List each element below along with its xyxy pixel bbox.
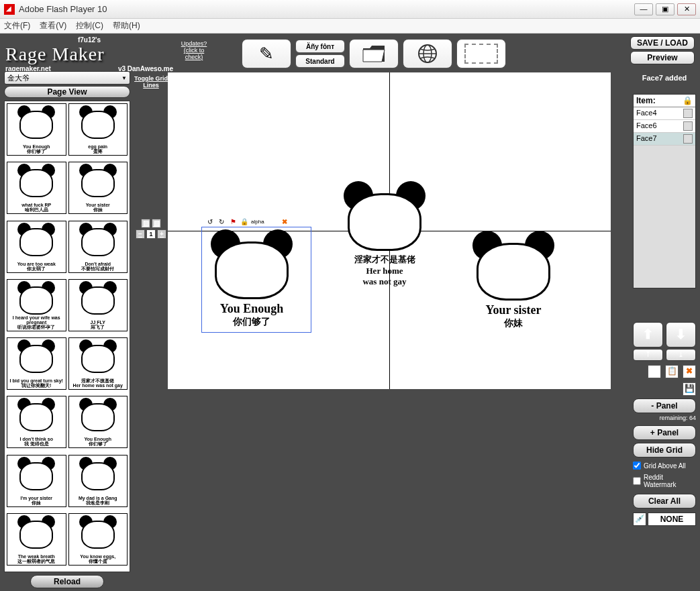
thumb-15[interactable]: You know eggs,你懂个蛋	[68, 513, 128, 566]
right-sidebar: Face7 added Item:🔒 Face4Face6Face7 ⬆ ⬇ ⤒…	[629, 71, 700, 591]
font-standard-button[interactable]: Standard	[295, 54, 345, 68]
canvas-area: ↺ ↻ ⚑ 🔒 alpha ✖ You Enough 你们够了 淫家才不是基佬	[168, 71, 629, 591]
thumb-7[interactable]: JJ FLY屌飞了	[68, 279, 128, 331]
clear-all-button[interactable]: Clear All	[633, 494, 696, 508]
menu-view[interactable]: 查看(V)	[40, 20, 66, 32]
thumb-3[interactable]: Your sister你妹	[68, 162, 128, 214]
lock-icon[interactable]: 🔒	[683, 96, 693, 105]
move-down-button[interactable]: ⬇	[666, 322, 696, 347]
thumb-13[interactable]: My dad is a Gang我爸是李刚	[68, 455, 128, 507]
item-header: Item:🔒	[634, 95, 695, 107]
move-bottom-button[interactable]: ⤓	[666, 349, 696, 361]
grid-flip-v-button[interactable]: ▧	[152, 219, 161, 228]
flash-icon	[4, 4, 15, 15]
font-any-button[interactable]: Äñy fônт	[295, 40, 345, 53]
pencil-tool-button[interactable]: ✎	[242, 39, 291, 68]
face1-text-cn: 你们够了	[208, 316, 295, 328]
paste-button[interactable]: 📋	[665, 365, 679, 378]
top-bar: f7u12's Rage Maker ragemaker.net v3 DanA…	[0, 34, 700, 71]
globe-tool-button[interactable]	[403, 39, 452, 68]
thumb-1[interactable]: egg pain蛋疼	[68, 103, 128, 156]
thumb-5[interactable]: Don't afraid不要怕写成财付	[68, 221, 128, 273]
face3-text-cn: 你妹	[470, 317, 557, 329]
lock-icon[interactable]: 🔒	[240, 217, 249, 227]
remove-panel-button[interactable]: - Panel	[633, 398, 696, 413]
thumb-14[interactable]: The weak breath这一般弱者的气息	[7, 513, 66, 566]
logo-subtitle: f7u12's	[5, 36, 173, 44]
thumb-0[interactable]: You Enough你们够了	[7, 103, 66, 156]
add-panel-button[interactable]: + Panel	[633, 425, 696, 440]
close-button[interactable]: ✕	[677, 3, 696, 15]
status-text: Face7 added	[633, 74, 696, 82]
window-titlebar: Adobe Flash Player 10 — ▣ ✕	[0, 0, 700, 19]
select-tool-button[interactable]	[456, 39, 506, 68]
delete-button[interactable]: ✖	[683, 365, 696, 378]
thumb-11[interactable]: You Enough你们够了	[68, 396, 128, 448]
preview-button[interactable]: Preview	[630, 51, 695, 64]
logo-title: Rage Maker	[5, 44, 173, 65]
font-button-group: Äñy fônт Standard	[295, 39, 345, 68]
folder-tool-button[interactable]	[349, 39, 399, 68]
grid-above-checkbox[interactable]	[633, 462, 641, 470]
menu-file[interactable]: 文件(F)	[4, 20, 30, 32]
remaining-text: remaining: 64	[633, 415, 696, 421]
minimize-button[interactable]: —	[634, 3, 653, 15]
thumb-10[interactable]: I don't think so我 觉得也是	[7, 396, 66, 448]
page-view-button[interactable]: Page View	[4, 86, 130, 98]
flag-icon[interactable]: ⚑	[228, 217, 238, 227]
mid-controls: Toggle Grid Lines ▨ ▧ − 1 +	[134, 71, 168, 591]
face2-text-en2: was not gay	[341, 276, 428, 287]
face1-text-en: You Enough	[208, 302, 295, 316]
thumb-2[interactable]: what fuck RP哈利巴人品	[7, 162, 66, 214]
canvas[interactable]: ↺ ↻ ⚑ 🔒 alpha ✖ You Enough 你们够了 淫家才不是基佬	[168, 72, 611, 389]
none-color-button[interactable]: NONE	[648, 513, 696, 526]
face2-text-cn: 淫家才不是基佬	[341, 254, 428, 266]
thumb-9[interactable]: 淫家才不摸基佬Her home was not gay	[68, 337, 128, 390]
save-icon-button[interactable]: 💾	[683, 382, 696, 396]
rotate-cw-icon[interactable]: ↻	[217, 217, 226, 227]
canvas-face-3[interactable]: Your sister 你妹	[470, 229, 557, 329]
object-toolbar: ↺ ↻ ⚑ 🔒 alpha ✖	[205, 217, 289, 227]
reddit-label: Reddit Watermark	[644, 474, 696, 488]
face3-text-en: Your sister	[470, 303, 557, 317]
reddit-watermark-checkbox[interactable]	[633, 477, 641, 485]
item-row-Face6[interactable]: Face6	[634, 120, 695, 133]
grid-flip-h-button[interactable]: ▨	[141, 219, 150, 228]
category-dropdown[interactable]: 金大爷	[4, 71, 130, 85]
menu-bar: 文件(F) 查看(V) 控制(C) 帮助(H)	[0, 19, 700, 34]
updates-link[interactable]: Updates? (click to check)	[177, 40, 211, 60]
thumb-8[interactable]: I bid you great turn sky!我让你笑翻天!	[7, 337, 66, 390]
grid-count: 1	[146, 229, 156, 239]
grid-minus-button[interactable]: −	[136, 229, 145, 239]
thumb-12[interactable]: I'm your sister你妹	[7, 455, 66, 507]
thumb-6[interactable]: I heard your wife was pregnant听说你老婆怀孕了	[7, 279, 66, 331]
save-load-button[interactable]: SAVE / LOAD	[630, 36, 695, 50]
menu-control[interactable]: 控制(C)	[76, 20, 103, 32]
reload-button[interactable]: Reload	[30, 575, 104, 588]
window-title: Adobe Flash Player 10	[19, 4, 632, 14]
delete-icon[interactable]: ✖	[280, 217, 289, 227]
move-top-button[interactable]: ⤒	[633, 349, 663, 361]
hide-grid-button[interactable]: Hide Grid	[633, 443, 696, 458]
logo-block: f7u12's Rage Maker ragemaker.net v3 DanA…	[5, 36, 173, 72]
canvas-face-2[interactable]: 淫家才不是基佬 Her home was not gay	[341, 180, 428, 287]
face2-text-en1: Her home	[341, 266, 428, 276]
item-panel: Item:🔒 Face4Face6Face7	[633, 94, 696, 288]
menu-help[interactable]: 帮助(H)	[113, 20, 140, 32]
item-row-Face4[interactable]: Face4	[634, 107, 695, 120]
maximize-button[interactable]: ▣	[656, 3, 674, 15]
move-up-button[interactable]: ⬆	[633, 322, 663, 347]
canvas-face-1[interactable]: You Enough 你们够了	[208, 228, 295, 328]
eyedropper-button[interactable]: 💉	[633, 513, 646, 526]
toggle-grid-link[interactable]: Toggle Grid Lines	[134, 75, 168, 89]
grid-above-label: Grid Above All	[644, 462, 686, 470]
thumbnail-grid[interactable]: You Enough你们够了egg pain蛋疼what fuck RP哈利巴人…	[4, 101, 130, 572]
item-row-Face7[interactable]: Face7	[634, 133, 695, 146]
copy-button[interactable]: ⿻	[648, 365, 661, 378]
thumb-4[interactable]: You are too weak你太弱了	[7, 221, 66, 273]
left-sidebar: 金大爷 Page View You Enough你们够了egg pain蛋疼wh…	[0, 71, 134, 591]
grid-plus-button[interactable]: +	[157, 229, 166, 239]
rotate-ccw-icon[interactable]: ↺	[205, 217, 215, 227]
alpha-label: alpha	[251, 217, 264, 227]
